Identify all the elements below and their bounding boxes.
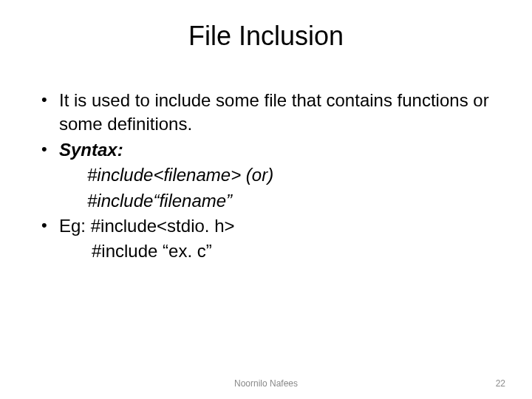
example-code-1: #include<stdio. h> (91, 216, 235, 236)
bullet-description: It is used to include some file that con… (37, 89, 495, 137)
slide-content: It is used to include some file that con… (37, 89, 495, 264)
bullet-syntax: Syntax: (37, 138, 495, 162)
syntax-line-2: #include“filename” (37, 189, 495, 213)
footer-author: Noornilo Nafees (0, 378, 532, 389)
slide: File Inclusion It is used to include som… (0, 0, 532, 399)
page-number: 22 (496, 378, 505, 389)
example-code-2: #include “ex. c” (37, 239, 495, 263)
bullet-example: Eg: #include<stdio. h> (37, 214, 495, 238)
syntax-label: Syntax: (59, 140, 123, 160)
example-prefix: Eg: (59, 216, 91, 236)
slide-title: File Inclusion (37, 21, 495, 52)
syntax-line-1: #include<filename> (or) (37, 163, 495, 187)
